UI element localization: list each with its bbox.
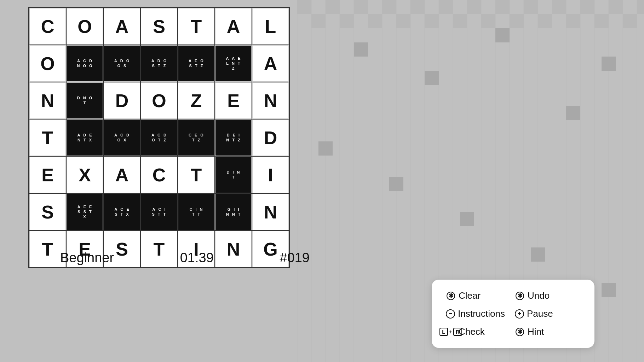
cell-r2-c1[interactable]: DNOT	[67, 82, 103, 119]
cell-r2-c3[interactable]: O	[141, 82, 177, 119]
svg-rect-32	[410, 0, 425, 14]
svg-rect-42	[340, 14, 354, 28]
svg-rect-33	[439, 0, 453, 14]
cell-r2-c2[interactable]: D	[104, 82, 140, 119]
svg-text:✱: ✱	[449, 293, 454, 299]
cell-r0-c3[interactable]: S	[141, 8, 177, 45]
cell-r3-c4[interactable]: CEOTZ	[178, 119, 214, 156]
svg-rect-54	[425, 71, 439, 85]
kbd-l: L	[439, 328, 448, 336]
cell-r0-c4[interactable]: T	[178, 8, 214, 45]
svg-rect-53	[354, 42, 368, 57]
hint-label: Hint	[528, 326, 544, 337]
clear-button[interactable]: ✱ Clear	[446, 290, 511, 301]
cell-r5-c4[interactable]: CINTT	[178, 194, 214, 230]
svg-rect-41	[311, 14, 326, 28]
cell-r3-c1[interactable]: ADENTX	[67, 119, 103, 156]
cell-r5-c6[interactable]: N	[252, 194, 289, 230]
svg-rect-60	[460, 212, 474, 226]
cell-r4-c6[interactable]: I	[252, 157, 289, 193]
controls-grid: ✱ Clear ✱ Undo − Instructions + Pause	[446, 290, 580, 337]
cell-r2-c4[interactable]: Z	[178, 82, 214, 119]
cell-r3-c3[interactable]: ACDOTZ	[141, 119, 177, 156]
cell-r1-c3[interactable]: ADOSTZ	[141, 45, 177, 82]
clear-label: Clear	[459, 290, 481, 301]
svg-rect-50	[566, 14, 580, 28]
puzzle-number: #019	[280, 250, 310, 265]
cell-r3-c6[interactable]: D	[252, 119, 289, 156]
cell-r1-c4[interactable]: AEOSTZ	[178, 45, 214, 82]
svg-rect-28	[297, 0, 311, 14]
cell-r4-c4[interactable]: T	[178, 157, 214, 193]
svg-rect-43	[368, 14, 382, 28]
pause-label: Pause	[527, 308, 553, 319]
hint-icon: ✱	[515, 327, 525, 337]
hint-button[interactable]: ✱ Hint	[515, 326, 580, 337]
puzzle-container: COASTALOACDNOOADOOSADOSTZAEOSTZAAELNTZAN…	[28, 7, 290, 268]
instructions-icon: −	[446, 309, 455, 319]
svg-rect-47	[481, 14, 495, 28]
svg-rect-44	[396, 14, 410, 28]
cell-r1-c5[interactable]: AAELNTZ	[215, 45, 252, 82]
cell-r5-c3[interactable]: ACISTT	[141, 194, 177, 230]
cell-r2-c0[interactable]: N	[29, 82, 66, 119]
cell-r0-c0[interactable]: C	[29, 8, 66, 45]
svg-rect-46	[453, 14, 467, 28]
svg-rect-29	[326, 0, 340, 14]
cell-r3-c0[interactable]: T	[29, 119, 66, 156]
cell-r3-c2[interactable]: ACDOX	[104, 119, 140, 156]
svg-rect-39	[609, 0, 623, 14]
check-label: Check	[459, 326, 485, 337]
undo-button[interactable]: ✱ Undo	[515, 290, 580, 301]
cell-r5-c0[interactable]: S	[29, 194, 66, 230]
cell-r1-c6[interactable]: A	[252, 45, 289, 82]
cell-r0-c2[interactable]: A	[104, 8, 140, 45]
svg-rect-62	[602, 283, 616, 297]
cell-r1-c1[interactable]: ACDNOO	[67, 45, 103, 82]
undo-icon: ✱	[515, 291, 525, 301]
svg-rect-55	[495, 28, 510, 42]
svg-rect-49	[538, 14, 552, 28]
svg-rect-58	[318, 141, 333, 156]
kbd-plus: +	[449, 329, 452, 335]
cell-r2-c6[interactable]: N	[252, 82, 289, 119]
cell-r2-c5[interactable]: E	[215, 82, 252, 119]
svg-rect-30	[354, 0, 368, 14]
svg-rect-52	[623, 14, 637, 28]
svg-rect-48	[510, 14, 524, 28]
undo-label: Undo	[528, 290, 550, 301]
instructions-label: Instructions	[458, 308, 505, 319]
pause-button[interactable]: + Pause	[515, 308, 580, 319]
check-icon: L + R	[446, 327, 456, 337]
cell-r1-c2[interactable]: ADOOS	[104, 45, 140, 82]
cell-r4-c1[interactable]: X	[67, 157, 103, 193]
controls-panel: ✱ Clear ✱ Undo − Instructions + Pause	[432, 280, 594, 348]
cell-r0-c5[interactable]: A	[215, 8, 252, 45]
cell-r4-c5[interactable]: DINT	[215, 157, 252, 193]
svg-rect-37	[552, 0, 566, 14]
cell-r4-c3[interactable]: C	[141, 157, 177, 193]
instructions-button[interactable]: − Instructions	[446, 308, 511, 319]
svg-rect-45	[425, 14, 439, 28]
svg-rect-56	[566, 106, 580, 120]
cell-r5-c5[interactable]: GIINNT	[215, 194, 252, 230]
timer-display: 01:39	[180, 250, 214, 265]
cell-r3-c5[interactable]: DEINTZ	[215, 119, 252, 156]
svg-rect-38	[580, 0, 594, 14]
cell-r4-c0[interactable]: E	[29, 157, 66, 193]
cell-r4-c2[interactable]: A	[104, 157, 140, 193]
cell-r5-c2[interactable]: ACESTX	[104, 194, 140, 230]
svg-rect-31	[382, 0, 396, 14]
cell-r5-c1[interactable]: AEESSTX	[67, 194, 103, 230]
svg-rect-59	[389, 177, 403, 191]
svg-rect-57	[602, 57, 616, 71]
cell-r1-c0[interactable]: O	[29, 45, 66, 82]
pause-icon: +	[515, 309, 524, 319]
check-button[interactable]: L + R Check	[446, 326, 511, 337]
puzzle-grid[interactable]: COASTALOACDNOOADOOSADOSTZAEOSTZAAELNTZAN…	[28, 7, 290, 268]
svg-rect-61	[531, 247, 545, 262]
cell-r0-c6[interactable]: L	[252, 8, 289, 45]
cell-r0-c1[interactable]: O	[67, 8, 103, 45]
svg-rect-40	[637, 0, 644, 14]
svg-rect-36	[524, 0, 538, 14]
